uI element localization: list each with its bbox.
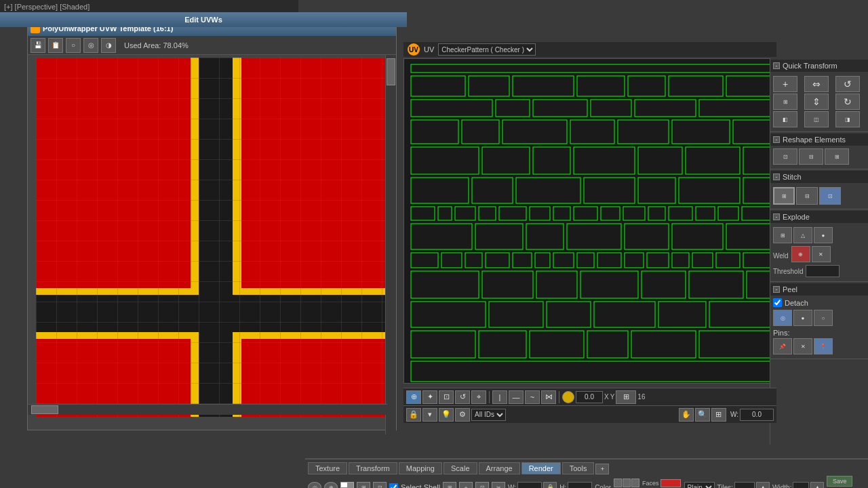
checker-icon-3[interactable]: ⊡ bbox=[373, 482, 387, 488]
copy-button[interactable]: 📋 bbox=[48, 38, 63, 53]
width-up-btn[interactable]: ▲ bbox=[810, 482, 824, 488]
tool-freeform[interactable]: ⌖ bbox=[471, 390, 486, 404]
tab-render[interactable]: Render bbox=[521, 462, 561, 474]
tiles-up-btn[interactable]: ▲ bbox=[756, 482, 770, 488]
stitch-btn-3[interactable]: ⊡ bbox=[819, 187, 841, 205]
qt-rotate-ccw[interactable]: ↺ bbox=[835, 76, 860, 92]
detach-checkbox[interactable] bbox=[773, 298, 782, 307]
zoom-fit[interactable]: ⊞ bbox=[711, 408, 726, 422]
texture-icon-1[interactable]: ◎ bbox=[308, 482, 321, 488]
light-btn[interactable]: 💡 bbox=[439, 408, 454, 422]
circle-button[interactable]: ○ bbox=[66, 38, 81, 53]
contrast-button[interactable]: ◑ bbox=[101, 38, 116, 53]
qt-flip-h[interactable]: ⇔ bbox=[804, 76, 829, 92]
explode-collapse-btn[interactable]: - bbox=[773, 214, 780, 220]
h-size-input[interactable]: 512 bbox=[568, 482, 592, 488]
tiles-input[interactable]: 32 bbox=[734, 482, 755, 488]
grid-btn-3[interactable] bbox=[631, 479, 639, 487]
reshape-btn-1[interactable]: ⊡ bbox=[773, 148, 797, 165]
plain-select[interactable]: Plain bbox=[684, 482, 715, 488]
stitch-btn-1[interactable]: ⊞ bbox=[773, 187, 795, 205]
qt-align-l[interactable]: ◧ bbox=[773, 111, 797, 127]
scrollbar-thumb-h[interactable] bbox=[31, 405, 58, 414]
lock-btn[interactable]: 🔒 bbox=[406, 408, 421, 422]
select-tool[interactable]: ▾ bbox=[422, 408, 437, 422]
w-size-input[interactable]: 512 bbox=[517, 482, 542, 488]
checker-icon[interactable] bbox=[340, 482, 354, 488]
tool-break[interactable]: ⋈ bbox=[541, 390, 556, 404]
bottom-icon-1[interactable]: ⊞ bbox=[443, 482, 456, 488]
qt-collapse-btn[interactable]: - bbox=[773, 62, 780, 69]
texture-icon-2[interactable]: ⊕ bbox=[324, 482, 338, 488]
explode-btn-3[interactable]: ● bbox=[814, 227, 833, 243]
uvw-scrollbar-horizontal[interactable] bbox=[28, 404, 387, 415]
w-lock-btn[interactable]: 🔒 bbox=[543, 482, 557, 488]
qt-rotate-cw[interactable]: ↻ bbox=[835, 94, 860, 110]
weld-btn-1[interactable]: ⊕ bbox=[791, 246, 810, 262]
pin-btn-3[interactable]: 📍 bbox=[814, 338, 833, 354]
zoom-tool[interactable]: 🔍 bbox=[695, 408, 710, 422]
tool-scale[interactable]: ⊡ bbox=[439, 390, 454, 404]
hand-tool[interactable]: ✋ bbox=[679, 408, 694, 422]
reshape-btn-2[interactable]: ⊟ bbox=[799, 148, 823, 165]
save-button[interactable]: 💾 bbox=[31, 38, 45, 53]
tool-move[interactable]: ✦ bbox=[422, 390, 437, 404]
reshape-collapse-btn[interactable]: - bbox=[773, 136, 780, 143]
qt-align-c[interactable]: ◫ bbox=[804, 111, 829, 127]
tool-snap-h[interactable]: — bbox=[509, 390, 524, 404]
explode-header[interactable]: - Explode bbox=[770, 211, 868, 223]
ids-select[interactable]: All IDs bbox=[471, 409, 506, 421]
scrollbar-thumb-v[interactable] bbox=[387, 58, 395, 85]
uvw-canvas[interactable] bbox=[36, 58, 388, 417]
explode-btn-1[interactable]: ⊞ bbox=[773, 227, 792, 243]
tool-snap-v[interactable]: | bbox=[492, 390, 507, 404]
tab-mapping[interactable]: Mapping bbox=[399, 462, 442, 474]
tool-select[interactable]: ⊕ bbox=[406, 390, 421, 404]
qt-move-center[interactable]: + bbox=[773, 76, 797, 92]
tool-rotate[interactable]: ↺ bbox=[455, 390, 470, 404]
threshold-input[interactable]: 0.01 bbox=[806, 265, 840, 277]
add-tab-btn[interactable]: + bbox=[595, 464, 609, 474]
save-button[interactable]: Save bbox=[827, 476, 852, 487]
checker-dropdown[interactable]: CheckerPattern ( Checker ) bbox=[438, 43, 536, 56]
pin-btn-1[interactable]: 📌 bbox=[773, 338, 792, 354]
weld-btn-2[interactable]: ✕ bbox=[812, 246, 831, 262]
quick-transform-header[interactable]: - Quick Transform bbox=[770, 60, 868, 72]
faces-color-swatch[interactable] bbox=[660, 479, 681, 487]
peel-btn-3[interactable]: ○ bbox=[814, 310, 833, 326]
stitch-btn-2[interactable]: ⊟ bbox=[796, 187, 818, 205]
tab-scale[interactable]: Scale bbox=[443, 462, 477, 474]
bottom-icon-3[interactable]: ⊡ bbox=[475, 482, 489, 488]
snap-btn[interactable]: ⊞ bbox=[616, 390, 636, 404]
qt-flip-v[interactable]: ⇕ bbox=[804, 94, 829, 110]
tab-transform[interactable]: Transform bbox=[349, 462, 397, 474]
bottom-icon-4[interactable]: ✂ bbox=[492, 482, 505, 488]
explode-btn-2[interactable]: △ bbox=[793, 227, 812, 243]
width-input[interactable]: 1 bbox=[793, 482, 809, 488]
bottom-icon-2[interactable]: + bbox=[459, 482, 473, 488]
select-shell-checkbox[interactable] bbox=[389, 483, 398, 489]
checker-icon-2[interactable]: ⊞ bbox=[357, 482, 370, 488]
peel-btn-2[interactable]: ● bbox=[793, 310, 812, 326]
grid-btn-1[interactable] bbox=[614, 479, 622, 487]
stitch-header[interactable]: - Stitch bbox=[770, 171, 868, 183]
w-input[interactable] bbox=[740, 409, 774, 421]
uvw-scrollbar-vertical[interactable] bbox=[385, 55, 396, 434]
tab-texture[interactable]: Texture bbox=[308, 462, 347, 474]
settings-btn[interactable]: ⚙ bbox=[455, 408, 470, 422]
circle2-button[interactable]: ◎ bbox=[83, 38, 98, 53]
peel-header[interactable]: - Peel bbox=[770, 283, 868, 296]
pin-btn-2[interactable]: ✕ bbox=[793, 338, 812, 354]
x-value-input[interactable] bbox=[576, 391, 603, 403]
reshape-btn-3[interactable]: ⊞ bbox=[825, 148, 849, 165]
main-viewport[interactable] bbox=[403, 58, 776, 384]
reshape-header[interactable]: - Reshape Elements bbox=[770, 134, 868, 146]
tab-arrange[interactable]: Arrange bbox=[479, 462, 520, 474]
qt-align-r[interactable]: ◨ bbox=[835, 111, 860, 127]
tool-weld[interactable]: ~ bbox=[525, 390, 540, 404]
peel-btn-1[interactable]: ◎ bbox=[773, 310, 792, 326]
stitch-collapse-btn[interactable]: - bbox=[773, 174, 780, 180]
qt-scale-center[interactable]: ⊞ bbox=[773, 94, 797, 110]
tab-tools[interactable]: Tools bbox=[562, 462, 595, 474]
grid-btn-2[interactable] bbox=[623, 479, 631, 487]
